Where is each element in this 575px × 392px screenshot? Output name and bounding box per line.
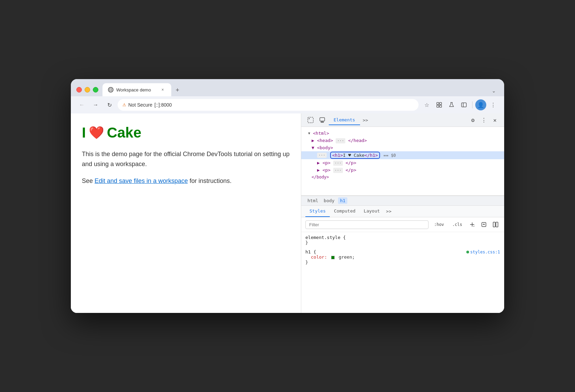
dom-head-tag: ▶ <head> ··· </head> [312,138,367,143]
page-heading: I ❤️ Cake [82,124,290,141]
dom-row-body[interactable]: ▼ <body> [301,144,504,151]
element-style-rule: element.style { } [305,235,500,245]
svg-rect-4 [437,105,439,107]
styles-file-link[interactable]: styles.css:1 [466,250,500,254]
dom-row-head[interactable]: ▶ <head> ··· </head> [301,137,504,144]
forward-button[interactable]: → [90,99,101,110]
nav-bar: ← → ↻ ⚠ Not Secure [::]:8000 ☆ [71,96,504,113]
tab-dropdown-button[interactable]: ⌄ [489,87,499,95]
close-devtools-button[interactable]: ✕ [490,115,500,125]
more-menu-button[interactable]: ⋮ [479,115,489,125]
maximize-button[interactable] [93,87,98,92]
styles-more-tabs[interactable]: >> [384,206,394,217]
h1-rule-selector: h1 { [305,249,316,254]
dom-row-p2[interactable]: ▶ <p> ··· </p> [301,166,504,174]
dom-row-h1[interactable]: ··· <h1>I ♥ Cake</h1> == $0 [301,151,504,159]
sidebar-button[interactable] [458,99,469,110]
new-tab-button[interactable]: + [173,85,182,95]
tab-favicon [108,87,113,92]
dom-more-button[interactable]: ··· [317,153,327,158]
nav-actions: ☆ � [421,99,499,110]
heading-i: I [82,124,86,141]
green-dot-icon [466,251,469,253]
svg-rect-20 [496,222,498,227]
svg-rect-19 [493,222,495,227]
devtools-tabs: Elements >> [329,115,466,125]
title-bar: Workspace demo × + ⌄ [71,79,504,96]
settings-button[interactable]: ⚙ [468,115,478,125]
body2-prefix: See [82,177,95,184]
hov-button[interactable]: :hov [431,221,447,228]
dom-row-body-close[interactable]: </body> [301,174,504,181]
svg-line-15 [474,226,474,227]
color-swatch-container [331,254,339,260]
page-body-1: This is the demo page for the official C… [82,149,290,169]
minimize-button[interactable] [85,87,90,92]
dom-body-tag: ▼ <body> [312,145,333,150]
tab-layout[interactable]: Layout [360,206,384,217]
h1-rule-close: } [305,260,308,265]
dom-body-close: </body> [312,175,329,179]
cursor-tool-button[interactable] [305,115,316,125]
labs-button[interactable] [446,99,457,110]
element-style-close: } [305,240,308,245]
browser-tab[interactable]: Workspace demo × [102,83,171,96]
dom-p2-tag: ▶ <p> ··· </p> [317,167,356,173]
breadcrumb-h1[interactable]: h1 [338,197,348,204]
address-text: [::]:8000 [154,102,172,108]
refresh-button[interactable]: ↻ [104,99,115,110]
svg-rect-5 [440,105,442,107]
back-button[interactable]: ← [76,99,87,110]
add-style-button[interactable] [468,220,477,229]
heart-icon: ❤️ [89,126,104,140]
nav-divider [472,101,473,108]
page-content: I ❤️ Cake This is the demo page for the … [71,113,301,313]
close-button[interactable] [76,87,82,92]
layout-view-button[interactable] [491,220,500,229]
menu-button[interactable]: ⋮ [488,99,499,110]
not-secure-label: Not Secure [128,102,152,108]
svg-point-10 [309,118,310,119]
main-content: I ❤️ Cake This is the demo page for the … [71,113,504,313]
more-tabs-button[interactable]: >> [360,116,371,125]
cls-button[interactable]: .cls [449,221,465,228]
dom-p1-tag: ▶ <p> ··· </p> [317,160,356,165]
svg-rect-12 [321,122,324,122]
svg-rect-2 [437,102,439,105]
dom-row-html[interactable]: ▼ <html> [301,130,504,137]
dom-row-p1[interactable]: ▶ <p> ··· </p> [301,159,504,166]
devtools-toolbar: Elements >> ⚙ ⋮ ✕ [301,113,504,127]
address-bar[interactable]: ⚠ Not Secure [::]:8000 [118,99,419,111]
traffic-lights [76,87,98,92]
tab-close-button[interactable]: × [160,87,166,93]
h1-element: <h1>I ♥ Cake</h1> [331,152,379,158]
svg-rect-3 [440,102,442,105]
tab-styles[interactable]: Styles [305,206,330,217]
filter-bar: :hov .cls [301,217,504,232]
tab-title: Workspace demo [116,87,157,92]
dollar-sign: == $0 [383,153,396,158]
breadcrumb-html[interactable]: html [305,197,320,204]
toggle-style-button[interactable] [479,220,488,229]
extensions-button[interactable] [434,99,445,110]
workspace-link[interactable]: Edit and save files in a workspace [95,177,188,184]
element-style-selector: element.style { [305,235,346,240]
styles-panel: Styles Computed Layout >> :hov .cls [301,206,504,313]
tab-computed[interactable]: Computed [330,206,360,217]
color-value: green; [339,254,355,260]
device-mode-button[interactable] [317,115,327,125]
filter-input[interactable] [305,220,428,229]
svg-rect-11 [320,118,325,121]
bookmark-button[interactable]: ☆ [421,99,432,110]
styles-tabs: Styles Computed Layout >> [301,206,504,217]
color-swatch[interactable] [331,256,335,259]
tab-elements[interactable]: Elements [329,115,360,125]
page-body-2: See Edit and save files in a workspace f… [82,176,290,186]
body2-suffix: for instructions. [188,177,231,184]
h1-rule: h1 { styles.css:1 color: green; [305,249,500,265]
devtools-toolbar-actions: ⚙ ⋮ ✕ [468,115,500,125]
expand-icon: ▼ [307,131,312,135]
css-rules: element.style { } h1 { styles.css:1 [301,232,504,272]
profile-button[interactable]: 👤 [475,99,486,110]
breadcrumb-body[interactable]: body [322,197,336,204]
